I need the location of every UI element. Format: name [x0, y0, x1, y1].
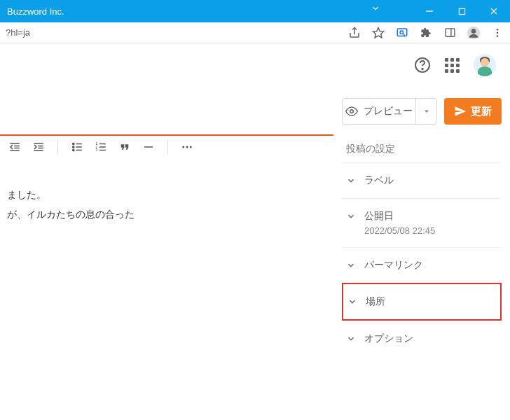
settings-item-label: パーマリンク: [364, 259, 423, 272]
svg-line-8: [404, 34, 405, 35]
settings-item-published[interactable]: 公開日 2022/05/08 22:45: [342, 198, 502, 247]
preview-label: プレビュー: [364, 105, 413, 118]
chevron-down-icon: [346, 176, 357, 186]
svg-point-30: [73, 149, 74, 150]
side-panel-icon[interactable]: [443, 27, 457, 38]
apps-grid-icon[interactable]: [445, 58, 460, 73]
svg-point-7: [400, 31, 404, 34]
svg-point-42: [350, 110, 354, 113]
titlebar-chevron-icon[interactable]: [371, 4, 380, 13]
svg-point-17: [422, 69, 423, 70]
share-icon[interactable]: [347, 27, 361, 39]
profile-icon[interactable]: [467, 26, 481, 40]
help-icon[interactable]: [414, 57, 431, 74]
window-title: Buzzword Inc.: [7, 6, 64, 17]
action-row: プレビュー 更新: [342, 98, 502, 125]
editor-line: が、イルカたちの息の合った: [7, 204, 326, 224]
svg-point-41: [190, 146, 192, 148]
editor-pane: 123 ました。 が、イルカたちの息の合った: [0, 87, 333, 420]
indent-decrease-icon[interactable]: [7, 139, 22, 155]
settings-item-sublabel: 2022/05/08 22:45: [364, 225, 435, 236]
menu-dots-icon[interactable]: [490, 27, 504, 38]
svg-point-26: [73, 143, 74, 144]
post-settings-sidebar: プレビュー 更新 投稿の設定 ラベル 公開日 2022/05/08 22:45: [333, 87, 510, 420]
svg-marker-5: [373, 27, 384, 37]
settings-section-title: 投稿の設定: [346, 143, 499, 155]
chevron-down-icon: [346, 334, 357, 344]
extensions-icon[interactable]: [419, 27, 433, 38]
chevron-down-icon: [346, 211, 357, 221]
send-icon: [454, 105, 467, 118]
update-button[interactable]: 更新: [444, 98, 502, 125]
bullet-list-icon[interactable]: [69, 139, 85, 155]
preview-button[interactable]: プレビュー: [342, 98, 437, 125]
editor-content[interactable]: ました。 が、イルカたちの息の合った: [0, 185, 333, 420]
editor-toolbar: 123: [0, 134, 333, 163]
settings-item-label: 場所: [366, 295, 385, 308]
indent-increase-icon[interactable]: [31, 139, 46, 155]
quote-icon[interactable]: [117, 139, 132, 155]
toolbar-divider: [167, 140, 168, 154]
svg-point-14: [497, 31, 499, 34]
preview-dropdown-caret[interactable]: [415, 99, 436, 124]
more-options-icon[interactable]: [179, 139, 195, 155]
settings-item-label: ラベル: [364, 174, 394, 187]
close-button[interactable]: [478, 0, 510, 22]
settings-item-label: 公開日: [364, 210, 435, 223]
settings-item-labels[interactable]: ラベル: [342, 162, 502, 198]
settings-item-options[interactable]: オプション: [342, 321, 502, 356]
window-controls: [413, 0, 510, 22]
eye-icon: [345, 105, 358, 118]
address-bar[interactable]: ?hl=ja: [6, 27, 338, 38]
svg-point-15: [497, 35, 499, 37]
svg-marker-43: [425, 111, 429, 113]
svg-point-40: [186, 146, 188, 148]
avatar[interactable]: [474, 54, 496, 76]
browser-toolbar: ?hl=ja: [0, 22, 510, 43]
chevron-down-icon: [346, 260, 357, 270]
svg-rect-6: [397, 29, 407, 36]
app-header: [0, 43, 510, 87]
svg-text:3: 3: [96, 148, 98, 152]
tab-search-icon[interactable]: [395, 27, 409, 39]
settings-item-permalink[interactable]: パーマリンク: [342, 247, 502, 283]
horizontal-rule-icon[interactable]: [141, 139, 156, 155]
chevron-down-icon: [347, 297, 359, 307]
svg-point-12: [471, 29, 476, 34]
settings-item-label: オプション: [364, 332, 413, 345]
settings-item-location[interactable]: 場所: [342, 283, 502, 321]
update-label: 更新: [471, 105, 492, 118]
svg-point-28: [73, 146, 74, 148]
window-titlebar: Buzzword Inc.: [0, 0, 510, 22]
svg-point-13: [497, 29, 499, 31]
editor-line: ました。: [7, 185, 326, 204]
svg-rect-9: [446, 29, 455, 36]
svg-point-39: [182, 146, 184, 148]
minimize-button[interactable]: [413, 0, 446, 22]
numbered-list-icon[interactable]: 123: [93, 139, 109, 155]
toolbar-divider: [57, 140, 58, 154]
bookmark-star-icon[interactable]: [371, 27, 385, 39]
svg-rect-1: [459, 8, 464, 14]
maximize-button[interactable]: [446, 0, 478, 22]
